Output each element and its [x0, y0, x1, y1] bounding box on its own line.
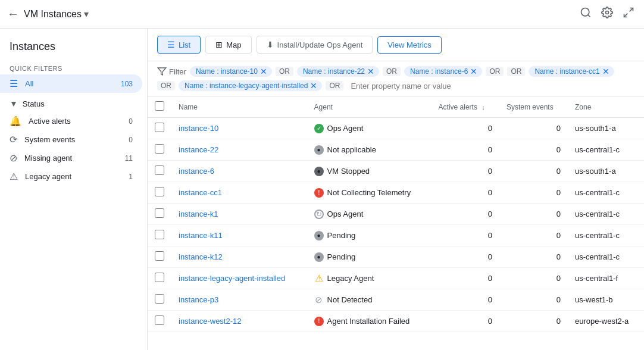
agent-status-icon-1: ●: [314, 145, 324, 155]
table-row: instance-legacy-agent-installed ⚠ Legacy…: [148, 268, 644, 289]
agent-status-cell-2: ● VM Stopped: [307, 161, 432, 182]
row-checkbox-cell-8[interactable]: [148, 289, 171, 311]
instance-link-9[interactable]: instance-west2-12: [179, 317, 242, 326]
instance-link-3[interactable]: instance-cc1: [179, 188, 222, 197]
filter-chip-instance22[interactable]: Name : instance-22 ✕: [297, 66, 379, 77]
row-checkbox-9[interactable]: [155, 315, 164, 325]
agent-status-cell-8: ⊘ Not Detected: [307, 289, 432, 311]
filter-chip-instance6[interactable]: Name : instance-6 ✕: [404, 66, 482, 77]
instance-link-0[interactable]: instance-10: [179, 124, 218, 133]
chip-close-icon[interactable]: ✕: [260, 67, 267, 76]
status-section-header[interactable]: ▼ Status: [0, 95, 147, 112]
table-body: instance-10 ✓ Ops Agent 0 0 us-south1-a …: [148, 118, 644, 332]
row-checkbox-cell-7[interactable]: [148, 268, 171, 289]
active-alerts-cell-1: 0: [432, 139, 499, 161]
agent-status-icon-0: ✓: [314, 124, 324, 133]
list-view-button[interactable]: ☰ List: [157, 36, 201, 54]
system-events-label: System events: [24, 135, 129, 144]
instance-name-cell-6: instance-k12: [171, 246, 307, 268]
name-column-header[interactable]: Name: [171, 96, 307, 118]
row-checkbox-cell-6[interactable]: [148, 246, 171, 268]
row-checkbox-5[interactable]: [155, 230, 164, 239]
active-alerts-column-header[interactable]: Active alerts ↓: [432, 96, 499, 118]
agent-status-label-6: Pending: [327, 252, 356, 261]
back-button[interactable]: ←: [7, 7, 19, 21]
filter-input[interactable]: [351, 82, 458, 90]
instance-link-7[interactable]: instance-legacy-agent-installed: [179, 274, 285, 283]
row-checkbox-6[interactable]: [155, 251, 164, 261]
row-checkbox-0[interactable]: [155, 123, 164, 132]
row-checkbox-cell-2[interactable]: [148, 161, 171, 182]
row-checkbox-cell-9[interactable]: [148, 311, 171, 332]
title-chevron-icon[interactable]: ▾: [84, 8, 89, 20]
row-checkbox-cell-0[interactable]: [148, 118, 171, 139]
chip-close-icon[interactable]: ✕: [602, 67, 609, 76]
chip-close-icon[interactable]: ✕: [310, 82, 317, 90]
search-icon[interactable]: [577, 4, 594, 24]
active-alerts-cell-3: 0: [432, 182, 499, 204]
instance-name-cell-0: instance-10: [171, 118, 307, 139]
instance-link-5[interactable]: instance-k11: [179, 231, 223, 240]
instance-name-cell-5: instance-k11: [171, 225, 307, 246]
instance-link-4[interactable]: instance-k1: [179, 210, 218, 218]
filter-chip-legacy[interactable]: Name : instance-legacy-agent-installed ✕: [179, 80, 322, 91]
sidebar-item-missing-agent[interactable]: ⊘ Missing agent 11: [0, 149, 142, 167]
filter-chip-instancecc1[interactable]: Name : instance-cc1 ✕: [529, 66, 614, 77]
sidebar-item-legacy-agent[interactable]: ⚠ Legacy agent 1: [0, 167, 142, 186]
agent-status-cell-4: ↻ Ops Agent: [307, 204, 432, 225]
instance-link-2[interactable]: instance-6: [179, 167, 214, 176]
select-all-header[interactable]: [148, 96, 171, 118]
row-checkbox-7[interactable]: [155, 273, 164, 282]
row-checkbox-4[interactable]: [155, 208, 164, 218]
all-count: 103: [121, 80, 133, 88]
agent-status-label-1: Not applicable: [327, 145, 376, 154]
settings-icon[interactable]: [599, 4, 615, 24]
row-checkbox-2[interactable]: [155, 165, 164, 175]
agent-status-icon-2: ●: [314, 167, 324, 176]
instance-name-cell-2: instance-6: [171, 161, 307, 182]
chip-close-icon[interactable]: ✕: [470, 67, 477, 76]
system-events-cell-7: 0: [499, 268, 568, 289]
select-all-checkbox[interactable]: [155, 101, 164, 111]
active-alerts-count: 0: [129, 117, 133, 126]
system-events-cell-1: 0: [499, 139, 568, 161]
instance-link-8[interactable]: instance-p3: [179, 295, 218, 304]
active-alerts-cell-5: 0: [432, 225, 499, 246]
sidebar-item-system-events[interactable]: ⟳ System events 0: [0, 130, 142, 149]
legacy-agent-label: Legacy agent: [25, 172, 129, 181]
instances-table-container: Name Agent Active alerts ↓ System events…: [148, 96, 644, 350]
table-row: instance-k12 ● Pending 0 0 us-central1-c: [148, 246, 644, 268]
install-ops-agent-button[interactable]: ⬇ Install/Update Ops Agent: [257, 36, 373, 54]
or-badge-5: OR: [157, 81, 175, 90]
agent-status-label-4: Ops Agent: [327, 210, 364, 218]
system-events-column-header[interactable]: System events: [499, 96, 568, 118]
svg-line-1: [588, 15, 590, 17]
table-header: Name Agent Active alerts ↓ System events…: [148, 96, 644, 118]
fullscreen-icon[interactable]: [620, 4, 637, 24]
table-row: instance-cc1 ! Not Collecting Telemetry …: [148, 182, 644, 204]
filter-chip-instance10[interactable]: Name : instance-10 ✕: [190, 66, 272, 77]
zone-column-header[interactable]: Zone: [568, 96, 644, 118]
agent-status-label-2: VM Stopped: [327, 167, 370, 176]
sidebar-item-all[interactable]: ☰ All 103: [0, 74, 142, 93]
chip-close-icon[interactable]: ✕: [367, 67, 374, 76]
row-checkbox-8[interactable]: [155, 294, 164, 304]
instance-link-6[interactable]: instance-k12: [179, 252, 223, 261]
sidebar-item-active-alerts[interactable]: 🔔 Active alerts 0: [0, 112, 142, 130]
active-alerts-cell-4: 0: [432, 204, 499, 225]
agent-status-label-5: Pending: [327, 231, 356, 240]
agent-column-header[interactable]: Agent: [307, 96, 432, 118]
instance-name-cell-7: instance-legacy-agent-installed: [171, 268, 307, 289]
row-checkbox-cell-1[interactable]: [148, 139, 171, 161]
row-checkbox-3[interactable]: [155, 187, 164, 196]
svg-line-3: [630, 8, 633, 12]
table-row: instance-6 ● VM Stopped 0 0 us-south1-a: [148, 161, 644, 182]
instance-link-1[interactable]: instance-22: [179, 145, 218, 154]
view-metrics-button[interactable]: View Metrics: [377, 36, 441, 54]
map-view-button[interactable]: ⊞ Map: [205, 36, 251, 54]
row-checkbox-cell-5[interactable]: [148, 225, 171, 246]
filter-button[interactable]: Filter: [157, 67, 186, 76]
row-checkbox-1[interactable]: [155, 144, 164, 154]
row-checkbox-cell-3[interactable]: [148, 182, 171, 204]
row-checkbox-cell-4[interactable]: [148, 204, 171, 225]
